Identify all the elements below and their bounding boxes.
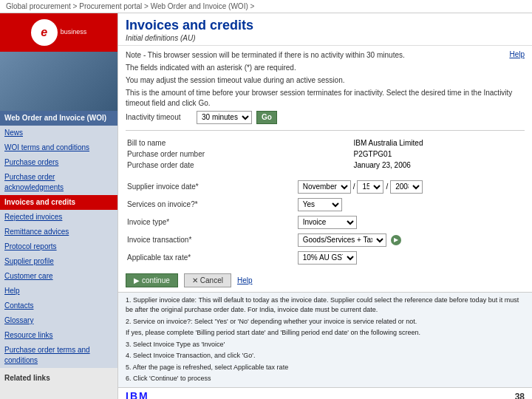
sidebar-item-glossary[interactable]: Glossary [0, 313, 117, 328]
date-selects: November JanuaryFebruaryMarch AprilMayJu… [298, 180, 520, 194]
tax-rate-select[interactable]: 10% AU GST 0% [298, 251, 357, 265]
cancel-button[interactable]: ✕ Cancel [184, 273, 231, 287]
po-date-value: January 23, 2006 [354, 160, 523, 170]
cancel-icon: ✕ [192, 276, 198, 284]
invoice-month-select[interactable]: November JanuaryFebruaryMarch AprilMayJu… [298, 180, 351, 194]
bottom-note-4: 4. Select Invoice Transaction, and click… [126, 351, 525, 361]
bill-to-name-label: Bill to name [127, 138, 352, 148]
sidebar-section-header: Web Order and Invoice (WOI) [0, 111, 117, 126]
inactivity-go-button[interactable]: Go [256, 111, 277, 124]
continue-button[interactable]: ▶ continue [126, 273, 178, 287]
page-title-section: Invoices and credits Initial definitions… [118, 13, 532, 46]
sidebar-menu: News WOI terms and conditions Purchase o… [0, 126, 117, 368]
sidebar-item-rejected-invoices[interactable]: Rejected invoices [0, 210, 117, 225]
supplier-date-label: Supplier invoice date* [127, 179, 296, 195]
ibm-logo: IBM [126, 390, 149, 399]
note-1: Note - This browser session will be term… [126, 50, 525, 61]
supplier-date-value: November JanuaryFebruaryMarch AprilMayJu… [298, 179, 523, 195]
sidebar-item-protocol-reports[interactable]: Protocol reports [0, 239, 117, 254]
inactivity-label: Inactivity timeout [126, 113, 192, 121]
bottom-note-3: 3. Select Invoice Type as 'Invoice' [126, 340, 525, 350]
action-buttons: ▶ continue ✕ Cancel Help [126, 273, 525, 287]
sidebar: e business Web Order and Invoice (WOI) N… [0, 13, 118, 399]
invoice-transaction-value: Goods/Services + Tax Goods/Services only… [298, 232, 523, 248]
sidebar-item-po-ack[interactable]: Purchase order acknowledgments [0, 170, 117, 195]
info-table: Bill to name IBM Australia Limited Purch… [126, 137, 525, 171]
services-select[interactable]: Yes No [298, 198, 342, 211]
form-table: Supplier invoice date* November JanuaryF… [126, 177, 525, 267]
help-link-top[interactable]: Help [509, 50, 525, 58]
main-content: Invoices and credits Initial definitions… [118, 13, 532, 399]
divider-1 [126, 130, 525, 131]
transaction-go-icon[interactable]: ▶ [391, 235, 401, 245]
page-number: 38 [515, 392, 525, 399]
invoice-transaction-label: Invoice transaction* [127, 232, 296, 248]
po-date-label: Purchase order date [127, 160, 352, 170]
breadcrumb-text: Global procurement > Procurement portal … [6, 2, 254, 10]
sidebar-logo: e business [0, 13, 117, 52]
sidebar-person-image [0, 52, 117, 111]
related-links-header: Related links [0, 371, 117, 385]
sidebar-item-invoices-credits[interactable]: Invoices and credits [0, 195, 117, 210]
tax-rate-label: Applicable tax rate* [127, 250, 296, 266]
footer-bar: IBM 38 [118, 387, 532, 399]
bill-to-name-value: IBM Australia Limited [354, 138, 523, 148]
sidebar-item-woi-terms[interactable]: WOI terms and conditions [0, 140, 117, 155]
sidebar-item-help[interactable]: Help [0, 284, 117, 299]
bottom-note-2: 2. Service on invoice?: Select 'Yes' or … [126, 317, 525, 327]
sidebar-photo [0, 52, 117, 111]
continue-icon: ▶ [134, 276, 140, 284]
invoice-day-select[interactable]: 15 [357, 180, 383, 194]
sidebar-item-remittance[interactable]: Remittance advices [0, 225, 117, 239]
bottom-note-1: 1. Supplier invoice date: This will defa… [126, 296, 525, 316]
logo-icon: e [31, 19, 58, 46]
help-button[interactable]: Help [237, 276, 253, 284]
sidebar-item-contacts[interactable]: Contacts [0, 299, 117, 313]
note-2: The fields indicated with an asterisk (*… [126, 63, 525, 73]
bottom-notes: 1. Supplier invoice date: This will defa… [118, 292, 532, 387]
page-subtitle: Initial definitions (AU) [126, 34, 525, 42]
bottom-note-6: 6. Click 'Continue' to process [126, 374, 525, 384]
sidebar-item-supplier-profile[interactable]: Supplier profile [0, 254, 117, 269]
tax-rate-value: 10% AU GST 0% [298, 250, 523, 266]
services-label: Services on invoice?* [127, 197, 296, 213]
breadcrumb-bar: Global procurement > Procurement portal … [0, 0, 532, 13]
invoice-type-label: Invoice type* [127, 214, 296, 231]
page-title: Invoices and credits [126, 18, 525, 34]
note-3: You may adjust the session timeout value… [126, 75, 525, 86]
inactivity-timeout-select[interactable]: 30 minutes 15 minutes 60 minutes [197, 111, 252, 124]
po-number-value: P2GTPG01 [354, 149, 523, 159]
sidebar-item-purchase-orders[interactable]: Purchase orders [0, 155, 117, 170]
logo-text: business [61, 28, 87, 37]
invoice-year-select[interactable]: 2008 [390, 180, 423, 194]
inactivity-timeout-row: Inactivity timeout 30 minutes 15 minutes… [126, 111, 525, 124]
sidebar-item-po-terms[interactable]: Purchase order terms and conditions [0, 343, 117, 368]
services-value: Yes No [298, 197, 523, 213]
sidebar-item-customer-care[interactable]: Customer care [0, 269, 117, 284]
sidebar-item-news[interactable]: News [0, 126, 117, 140]
po-number-label: Purchase order number [127, 149, 352, 159]
invoice-type-select[interactable]: Invoice Credit [298, 216, 357, 229]
bottom-note-2b: If yes, please complete 'Billing period … [126, 328, 525, 338]
sidebar-item-resource-links[interactable]: Resource links [0, 328, 117, 343]
invoice-transaction-select[interactable]: Goods/Services + Tax Goods/Services only… [298, 233, 386, 247]
invoice-type-value: Invoice Credit [298, 214, 523, 231]
content-area: Help Note - This browser session will be… [118, 46, 532, 292]
note-4: This is the amount of time before your b… [126, 88, 525, 109]
bottom-note-5: 5. After the page is refreshed, select A… [126, 363, 525, 373]
